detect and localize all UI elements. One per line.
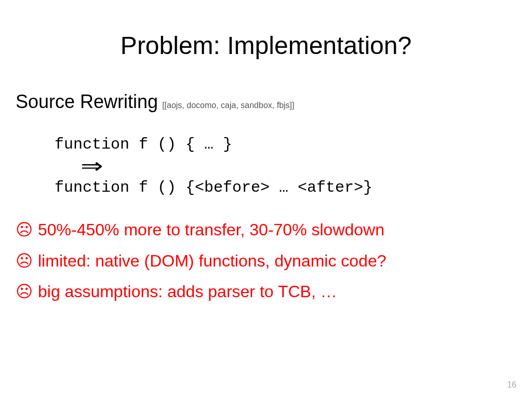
page-number: 16	[507, 380, 516, 390]
con-item-1: ☹ 50%-450% more to transfer, 30-70% slow…	[16, 219, 516, 241]
code-line-after: function f () {<before> … <after>}	[55, 177, 516, 198]
subheading-text: Source Rewriting	[16, 91, 158, 113]
implies-arrow-icon: ⇒	[81, 155, 103, 176]
sad-face-icon: ☹	[16, 281, 33, 303]
slide-title: Problem: Implementation?	[16, 31, 516, 60]
arrow-row: ⇒	[55, 155, 516, 177]
con-text-1: 50%-450% more to transfer, 30-70% slowdo…	[38, 219, 384, 241]
subheading-row: Source Rewriting [[aojs, docomo, caja, s…	[16, 91, 516, 113]
cons-list: ☹ 50%-450% more to transfer, 30-70% slow…	[16, 219, 516, 303]
con-text-3: big assumptions: adds parser to TCB, …	[38, 281, 337, 303]
code-example: function f () { … } ⇒ function f () {<be…	[55, 134, 516, 198]
con-item-3: ☹ big assumptions: adds parser to TCB, …	[16, 281, 516, 303]
sad-face-icon: ☹	[16, 219, 33, 241]
slide-container: Problem: Implementation? Source Rewritin…	[0, 0, 532, 399]
code-line-before: function f () { … }	[55, 134, 516, 155]
citation-text: [[aojs, docomo, caja, sandbox, fbjs]]	[162, 101, 294, 110]
con-text-2: limited: native (DOM) functions, dynamic…	[38, 250, 386, 272]
sad-face-icon: ☹	[16, 250, 33, 272]
con-item-2: ☹ limited: native (DOM) functions, dynam…	[16, 250, 516, 272]
